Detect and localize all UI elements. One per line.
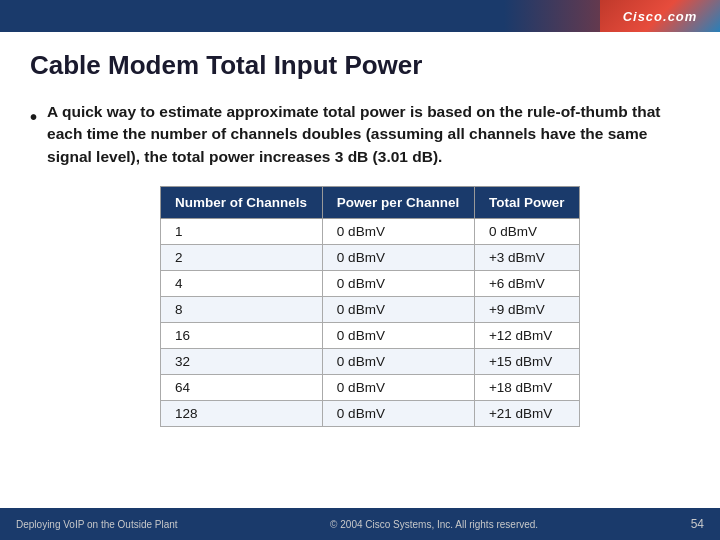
table-cell-0-1: 0 dBmV [322, 219, 474, 245]
footer-left: Deploying VoIP on the Outside Plant [16, 519, 178, 530]
footer-right: 54 [691, 517, 704, 531]
table-cell-6-0: 64 [161, 375, 323, 401]
table-cell-5-2: +15 dBmV [474, 349, 579, 375]
content-area: • A quick way to estimate approximate to… [0, 91, 720, 178]
table-row: 20 dBmV+3 dBmV [161, 245, 580, 271]
table-cell-7-0: 128 [161, 401, 323, 427]
table-row: 320 dBmV+15 dBmV [161, 349, 580, 375]
col-header-power-per-channel: Power per Channel [322, 187, 474, 219]
table-cell-0-2: 0 dBmV [474, 219, 579, 245]
page-title: Cable Modem Total Input Power [0, 32, 720, 91]
table-cell-3-1: 0 dBmV [322, 297, 474, 323]
power-table: Number of Channels Power per Channel Tot… [160, 186, 580, 427]
table-cell-3-2: +9 dBmV [474, 297, 579, 323]
table-row: 640 dBmV+18 dBmV [161, 375, 580, 401]
table-cell-2-2: +6 dBmV [474, 271, 579, 297]
table-row: 40 dBmV+6 dBmV [161, 271, 580, 297]
table-header-row: Number of Channels Power per Channel Tot… [161, 187, 580, 219]
table-cell-7-2: +21 dBmV [474, 401, 579, 427]
table-cell-2-1: 0 dBmV [322, 271, 474, 297]
bullet-point: • A quick way to estimate approximate to… [30, 101, 690, 168]
table-cell-6-2: +18 dBmV [474, 375, 579, 401]
table-cell-5-1: 0 dBmV [322, 349, 474, 375]
table-row: 80 dBmV+9 dBmV [161, 297, 580, 323]
table-cell-7-1: 0 dBmV [322, 401, 474, 427]
table-cell-1-2: +3 dBmV [474, 245, 579, 271]
table-row: 160 dBmV+12 dBmV [161, 323, 580, 349]
bullet-text: A quick way to estimate approximate tota… [47, 101, 690, 168]
table-cell-4-2: +12 dBmV [474, 323, 579, 349]
table-row: 1280 dBmV+21 dBmV [161, 401, 580, 427]
cisco-logo-area: Cisco.com [600, 0, 720, 32]
table-cell-5-0: 32 [161, 349, 323, 375]
table-cell-4-1: 0 dBmV [322, 323, 474, 349]
table-cell-1-0: 2 [161, 245, 323, 271]
table-cell-1-1: 0 dBmV [322, 245, 474, 271]
cisco-logo-text: Cisco.com [623, 9, 698, 24]
table-container: Number of Channels Power per Channel Tot… [0, 178, 720, 435]
table-row: 10 dBmV0 dBmV [161, 219, 580, 245]
footer-center: © 2004 Cisco Systems, Inc. All rights re… [330, 519, 538, 530]
col-header-total-power: Total Power [474, 187, 579, 219]
col-header-channels: Number of Channels [161, 187, 323, 219]
table-cell-3-0: 8 [161, 297, 323, 323]
footer: Deploying VoIP on the Outside Plant © 20… [0, 508, 720, 540]
table-cell-6-1: 0 dBmV [322, 375, 474, 401]
table-cell-0-0: 1 [161, 219, 323, 245]
bullet-icon: • [30, 103, 37, 132]
table-cell-2-0: 4 [161, 271, 323, 297]
top-bar: Cisco.com [0, 0, 720, 32]
table-cell-4-0: 16 [161, 323, 323, 349]
